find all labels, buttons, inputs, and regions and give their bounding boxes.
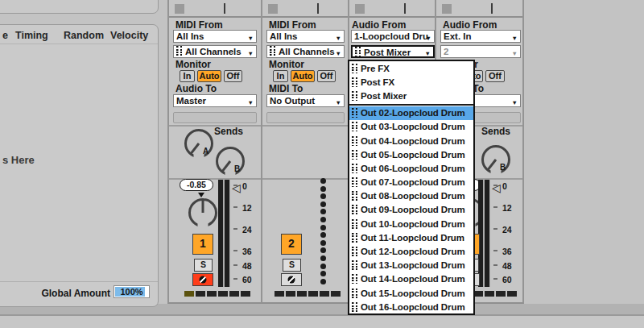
routing-dropdown: Pre FXPost FXPost MixerOut 02-Loopcloud … xyxy=(348,60,475,315)
dropdown-item[interactable]: Out 15-Loopcloud Drum xyxy=(349,286,473,300)
track-1-activator-button[interactable]: 1 xyxy=(192,234,213,255)
track-2-output-label: MIDI To xyxy=(269,83,303,94)
meter-scale-label: 48 xyxy=(502,261,512,271)
dropdown-item[interactable]: Out 02-Loopcloud Drum xyxy=(349,106,473,120)
dropdown-item[interactable]: Out 10-Loopcloud Drum xyxy=(349,217,473,230)
groove-pool-footer: Global Amount 100% xyxy=(0,281,158,305)
meter-scale-label: 12 xyxy=(242,203,252,213)
clip-slot-line-icon xyxy=(317,3,319,14)
send-b-letter: B xyxy=(500,163,506,172)
midi-meter-dot xyxy=(320,217,326,222)
meter-scale-label: 0 xyxy=(242,181,247,191)
track-3-input-type-combo[interactable]: 1-Loopcloud Dru xyxy=(351,30,435,43)
dropdown-item-label: Out 15-Loopcloud Drum xyxy=(361,289,465,298)
dropdown-item[interactable]: Out 16-Loopcloud Drum xyxy=(349,300,473,313)
clip-stop-button[interactable] xyxy=(355,4,365,14)
meter-tick xyxy=(233,278,237,280)
groove-header-random: Random xyxy=(64,30,104,41)
track-2-monitor-in-button[interactable]: In xyxy=(273,70,288,82)
track-2-strip: MIDI From All Ins All Channels Monitor I… xyxy=(261,0,348,304)
midi-meter-dot xyxy=(320,209,326,214)
dropdown-item-label: Out 05-Loopcloud Drum xyxy=(361,150,465,160)
track-1-send-a-knob[interactable] xyxy=(184,129,213,158)
dropdown-item[interactable]: Out 11-Loopcloud Drum xyxy=(349,230,473,244)
routing-icon xyxy=(352,260,357,270)
dropdown-item[interactable]: Out 08-Loopcloud Drum xyxy=(349,189,473,203)
meter-tick xyxy=(493,264,497,266)
dropdown-item[interactable]: Out 13-Loopcloud Drum xyxy=(349,259,473,272)
midi-meter-dot xyxy=(320,201,326,207)
clip-stop-button[interactable] xyxy=(175,4,184,14)
meter-tick xyxy=(493,228,497,230)
mini-clip-dash xyxy=(331,291,341,297)
mini-clip-dash xyxy=(229,291,239,297)
mini-clip-dash xyxy=(507,291,517,297)
dropdown-item[interactable]: Out 03-Loopcloud Drum xyxy=(349,120,473,134)
dropdown-item[interactable]: Out 06-Loopcloud Drum xyxy=(349,161,473,175)
midi-meter-dot xyxy=(320,193,326,199)
meter-scale-label: 24 xyxy=(242,225,252,235)
meter-scale-label: 0 xyxy=(502,181,507,191)
mini-clip-row xyxy=(275,291,341,297)
dropdown-item[interactable]: Post Mixer xyxy=(349,89,473,102)
track-2-monitor-off-button[interactable]: Off xyxy=(317,70,336,82)
meter-scale-label: 36 xyxy=(502,247,512,256)
dropdown-item-label: Out 16-Loopcloud Drum xyxy=(361,302,465,312)
track-2-input-type-combo[interactable]: All Ins xyxy=(266,30,345,43)
groove-pool-panel: e Timing Random Velocity s Here Global A… xyxy=(0,24,159,307)
routing-icon xyxy=(352,136,357,146)
track-1-arm-button[interactable] xyxy=(192,273,213,286)
dropdown-item-label: Out 13-Loopcloud Drum xyxy=(361,260,465,270)
dropdown-item-label: Out 10-Loopcloud Drum xyxy=(361,219,465,229)
routing-icon xyxy=(352,302,357,312)
dropdown-item[interactable]: Out 12-Loopcloud Drum xyxy=(349,244,473,258)
meter-scale-label: 60 xyxy=(502,275,512,284)
track-3-input-channel-combo[interactable]: Post Mixer xyxy=(351,45,435,58)
track-2-solo-button[interactable]: S xyxy=(283,259,301,272)
track-1-volume-value[interactable]: -0.85 xyxy=(180,179,213,191)
dropdown-item[interactable]: Out 05-Loopcloud Drum xyxy=(349,147,473,161)
track-2-arm-button[interactable] xyxy=(281,273,302,286)
meter-scale-label: 24 xyxy=(502,225,512,235)
track-1-pan-knob[interactable] xyxy=(188,198,217,227)
meter-tick xyxy=(493,206,497,208)
midi-meter-dot xyxy=(320,255,326,261)
track-1-monitor-label: Monitor xyxy=(175,59,211,70)
routing-icon xyxy=(352,274,357,284)
dropdown-item[interactable]: Out 07-Loopcloud Drum xyxy=(349,176,473,189)
track-2-output-combo[interactable]: No Output xyxy=(266,94,345,107)
dropdown-item[interactable]: Pre FX xyxy=(349,61,473,75)
track-2-stop-row xyxy=(262,0,348,18)
meter-bar xyxy=(218,180,223,287)
clip-slot-line-icon xyxy=(224,3,225,14)
track-1-solo-button[interactable]: S xyxy=(194,259,213,272)
global-amount-field[interactable]: 100% xyxy=(114,285,150,298)
meter-tick xyxy=(233,264,237,266)
meter-tick xyxy=(233,250,237,251)
meter-bar xyxy=(485,180,489,287)
mini-clip-dash xyxy=(275,291,284,297)
track-1-monitor-in-button[interactable]: In xyxy=(180,70,195,82)
dropdown-item[interactable]: Out 04-Loopcloud Drum xyxy=(349,134,473,147)
dropdown-item[interactable]: Out 09-Loopcloud Drum xyxy=(349,203,473,217)
track-2-activator-button[interactable]: 2 xyxy=(281,234,302,255)
track-2-input-channel-combo[interactable]: All Channels xyxy=(266,45,345,58)
dropdown-item-label: Out 08-Loopcloud Drum xyxy=(361,191,465,201)
mini-clip-dash xyxy=(308,291,318,297)
meter-bar xyxy=(225,180,229,287)
midi-meter-dot xyxy=(320,232,326,238)
dropdown-item-label: Out 12-Loopcloud Drum xyxy=(361,247,465,256)
track-1-monitor-auto-button[interactable]: Auto xyxy=(197,70,221,82)
meter-slider-icon[interactable]: ◁ xyxy=(492,183,501,193)
clip-stop-button[interactable] xyxy=(268,4,278,14)
dropdown-item-label: Out 07-Loopcloud Drum xyxy=(361,177,465,187)
dropdown-item[interactable]: Post FX xyxy=(349,75,473,89)
dropdown-item[interactable]: Out 14-Loopcloud Drum xyxy=(349,272,473,286)
meter-tick xyxy=(493,250,497,251)
routing-icon xyxy=(352,77,357,87)
midi-meter-dot xyxy=(320,178,326,184)
meter-slider-icon[interactable]: ◁ xyxy=(232,183,241,193)
mini-clip-dash xyxy=(241,291,250,297)
clip-stop-button[interactable] xyxy=(442,4,452,14)
track-2-monitor-auto-button[interactable]: Auto xyxy=(291,70,315,82)
